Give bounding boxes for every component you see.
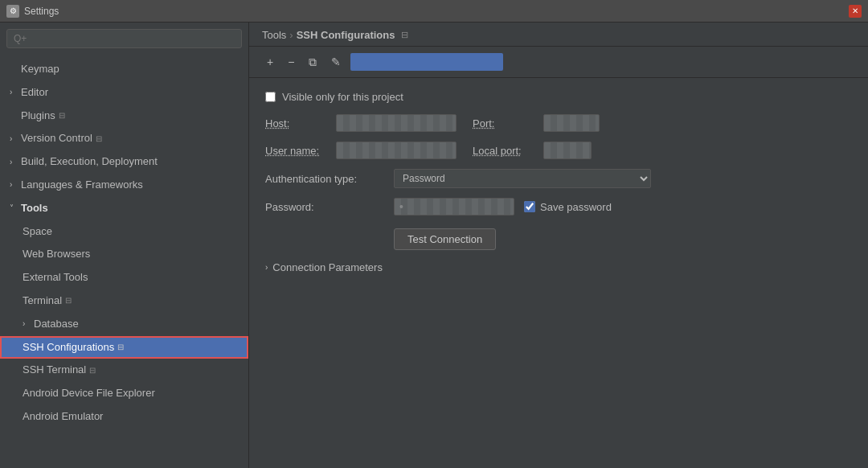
title-bar-text: Settings [24, 6, 59, 17]
config-toolbar: + − ⧉ ✎ [249, 47, 868, 78]
username-label: User name: [265, 145, 330, 157]
remove-button[interactable]: − [283, 54, 299, 70]
auth-type-label: Authentication type: [265, 173, 394, 185]
password-label: Password: [265, 201, 394, 213]
sidebar-item-terminal[interactable]: Terminal ⊟ [0, 289, 248, 313]
main-content: Keymap › Editor Plugins ⊟ › Version Cont… [0, 23, 868, 468]
sidebar-item-version-control[interactable]: › Version Control ⊟ [0, 127, 248, 150]
auth-type-dropdown[interactable]: Password Key pair (OpenSSH or PuTTY) Ope… [394, 169, 651, 188]
vc-icon: ⊟ [96, 133, 102, 146]
localport-label: Local port: [473, 145, 537, 157]
panel-header: Tools › SSH Configurations ⊟ [249, 23, 868, 47]
expand-icon: › [265, 263, 268, 272]
ssh-config-icon: ⊟ [117, 341, 124, 354]
breadcrumb: Tools › SSH Configurations ⊟ [262, 29, 408, 41]
sidebar-item-android-device[interactable]: Android Device File Explorer [0, 382, 248, 405]
sidebar-item-external-tools[interactable]: External Tools [0, 266, 248, 289]
visible-only-label: Visible only for this project [282, 91, 403, 103]
sidebar-item-build[interactable]: › Build, Execution, Deployment [0, 150, 248, 174]
ssh-terminal-icon: ⊟ [89, 364, 96, 377]
username-localport-row: User name: Local port: [265, 142, 852, 159]
test-connection-button[interactable]: Test Connection [394, 228, 496, 250]
sidebar-item-editor[interactable]: › Editor [0, 81, 248, 105]
sidebar-item-android-emulator[interactable]: Android Emulator [0, 405, 248, 429]
edit-button[interactable]: ✎ [326, 54, 346, 70]
chevron-icon: › [10, 133, 18, 146]
add-button[interactable]: + [262, 54, 278, 70]
port-input[interactable] [543, 114, 600, 132]
close-button[interactable]: ✕ [849, 5, 862, 18]
connection-params-row[interactable]: › Connection Parameters [265, 261, 852, 273]
breadcrumb-current: SSH Configurations [297, 29, 395, 41]
save-password-label: Save password [540, 201, 669, 213]
localport-input[interactable] [543, 142, 592, 159]
host-port-row: Host: Port: [265, 114, 852, 132]
chevron-icon: › [10, 179, 18, 191]
chevron-icon: › [23, 318, 31, 330]
sidebar-item-plugins[interactable]: Plugins ⊟ [0, 105, 248, 128]
selected-config-item[interactable] [350, 53, 503, 71]
save-password-checkbox[interactable] [524, 201, 535, 212]
port-label: Port: [473, 117, 537, 129]
test-connection-row: Test Connection [265, 225, 852, 250]
search-input[interactable] [6, 29, 242, 48]
auth-type-row: Authentication type: Password Key pair (… [265, 169, 852, 188]
sidebar-item-ssh-configurations[interactable]: SSH Configurations ⊟ [0, 336, 248, 359]
username-col: User name: [265, 142, 457, 159]
host-input[interactable] [336, 114, 457, 132]
chevron-icon: ˅ [10, 202, 18, 215]
chevron-icon: › [10, 86, 18, 99]
breadcrumb-separator: › [289, 29, 293, 41]
visible-only-checkbox[interactable] [265, 92, 276, 102]
form-area: Visible only for this project Host: Port… [249, 78, 868, 468]
sidebar-item-languages[interactable]: › Languages & Frameworks [0, 174, 248, 197]
sidebar-item-keymap[interactable]: Keymap [0, 58, 248, 81]
sidebar-item-ssh-terminal[interactable]: SSH Terminal ⊟ [0, 359, 248, 382]
password-row: Password: • Save password [265, 198, 852, 216]
plugin-icon: ⊟ [59, 109, 65, 122]
breadcrumb-icon: ⊟ [401, 30, 408, 40]
chevron-icon: › [10, 156, 18, 169]
sidebar: Keymap › Editor Plugins ⊟ › Version Cont… [0, 23, 249, 468]
sidebar-list: Keymap › Editor Plugins ⊟ › Version Cont… [0, 55, 248, 468]
title-bar: ⚙ Settings ✕ [0, 0, 868, 23]
password-input[interactable]: • [394, 198, 514, 216]
host-label: Host: [265, 117, 330, 129]
terminal-icon: ⊟ [65, 294, 72, 307]
username-input[interactable] [336, 142, 457, 159]
sidebar-item-database[interactable]: › Database [0, 313, 248, 336]
port-col: Port: [473, 114, 600, 132]
save-password-row: Save password [524, 201, 669, 213]
sidebar-item-web-browsers[interactable]: Web Browsers [0, 243, 248, 266]
connection-params-label: Connection Parameters [272, 261, 383, 273]
breadcrumb-root[interactable]: Tools [262, 29, 286, 41]
right-panel: Tools › SSH Configurations ⊟ + − ⧉ ✎ Vis… [249, 23, 868, 468]
sidebar-item-space[interactable]: Space [0, 220, 248, 244]
copy-button[interactable]: ⧉ [304, 54, 321, 70]
sidebar-item-tools[interactable]: ˅ Tools [0, 197, 248, 220]
app-icon: ⚙ [6, 5, 19, 18]
localport-col: Local port: [473, 142, 592, 159]
visible-only-row: Visible only for this project [265, 91, 852, 103]
host-col: Host: [265, 114, 457, 132]
